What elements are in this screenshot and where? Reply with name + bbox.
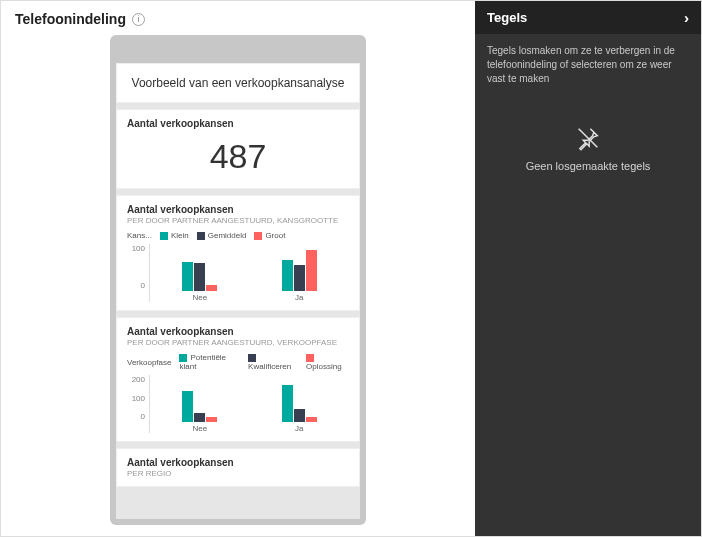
unpin-icon <box>574 124 602 152</box>
legend-item: Oplossing <box>306 353 349 371</box>
tile-subtitle: PER DOOR PARTNER AANGESTUURD, VERKOOPFAS… <box>127 338 349 347</box>
bar <box>294 265 305 291</box>
tile-chart-region[interactable]: Aantal verkoopkansen PER REGIO <box>116 448 360 487</box>
tiles-panel-title: Tegels <box>487 10 527 25</box>
bar <box>194 263 205 291</box>
tiles-panel: Tegels › Tegels losmaken om ze te verber… <box>475 1 701 536</box>
tile-title: Aantal verkoopkansen <box>127 457 349 468</box>
legend-lead: Verkoopfase <box>127 358 171 367</box>
bar <box>206 285 217 291</box>
left-header: Telefoonindeling i <box>15 11 461 27</box>
page-title: Telefoonindeling <box>15 11 126 27</box>
tile-subtitle: PER REGIO <box>127 469 349 478</box>
y-axis: 200 100 0 <box>127 375 149 433</box>
swatch-icon <box>179 354 187 362</box>
x-label: Nee <box>192 293 207 302</box>
bar <box>182 262 193 291</box>
tile-kpi[interactable]: Aantal verkoopkansen 487 <box>116 109 360 189</box>
info-icon[interactable]: i <box>132 13 145 26</box>
swatch-icon <box>197 232 205 240</box>
bar <box>306 250 317 291</box>
legend-item: Gemiddeld <box>197 231 247 240</box>
tile-subtitle: PER DOOR PARTNER AANGESTUURD, KANSGROOTT… <box>127 216 349 225</box>
bar <box>206 417 217 422</box>
chart-area: 100 0 NeeJa <box>127 244 349 302</box>
chart-legend: Verkoopfase Potentiële klant Kwalificere… <box>127 353 349 371</box>
bar <box>194 413 205 422</box>
bar <box>282 385 293 422</box>
y-axis: 100 0 <box>127 244 149 302</box>
tile-title: Aantal verkoopkansen <box>127 204 349 215</box>
phone-layout-pane: Telefoonindeling i Voorbeeld van een ver… <box>1 1 475 536</box>
empty-state: Geen losgemaakte tegels <box>475 124 701 536</box>
swatch-icon <box>306 354 314 362</box>
legend-item: Kwalificeren <box>248 353 298 371</box>
bar <box>294 409 305 422</box>
bar-group: Nee <box>150 245 250 302</box>
legend-item: Groot <box>254 231 285 240</box>
legend-lead: Kans... <box>127 231 152 240</box>
bar-plot: NeeJa <box>149 375 349 433</box>
tiles-panel-description: Tegels losmaken om ze te verbergen in de… <box>475 34 701 96</box>
legend-item: Potentiële klant <box>179 353 240 371</box>
chart-area: 200 100 0 NeeJa <box>127 375 349 433</box>
legend-item: Klein <box>160 231 189 240</box>
bar <box>306 417 317 422</box>
bar-group: Nee <box>150 376 250 433</box>
empty-state-text: Geen losgemaakte tegels <box>526 160 651 172</box>
swatch-icon <box>160 232 168 240</box>
bar-plot: NeeJa <box>149 244 349 302</box>
phone-frame: Voorbeeld van een verkoopkansanalyse Aan… <box>110 35 366 525</box>
tiles-panel-header[interactable]: Tegels › <box>475 1 701 34</box>
bar <box>182 391 193 422</box>
tile-title: Aantal verkoopkansen <box>127 326 349 337</box>
swatch-icon <box>254 232 262 240</box>
x-label: Nee <box>192 424 207 433</box>
x-label: Ja <box>295 293 303 302</box>
tile-chart-phase[interactable]: Aantal verkoopkansen PER DOOR PARTNER AA… <box>116 317 360 442</box>
chevron-right-icon: › <box>684 9 689 26</box>
tile-chart-size[interactable]: Aantal verkoopkansen PER DOOR PARTNER AA… <box>116 195 360 311</box>
x-label: Ja <box>295 424 303 433</box>
phone-screen: Voorbeeld van een verkoopkansanalyse Aan… <box>116 63 360 519</box>
swatch-icon <box>248 354 256 362</box>
bar <box>282 260 293 291</box>
tile-title: Aantal verkoopkansen <box>127 118 349 129</box>
bar-group: Ja <box>250 376 350 433</box>
dashboard-title-tile[interactable]: Voorbeeld van een verkoopkansanalyse <box>116 63 360 103</box>
bar-group: Ja <box>250 245 350 302</box>
chart-legend: Kans... Klein Gemiddeld Groot <box>127 231 349 240</box>
kpi-value: 487 <box>127 129 349 180</box>
